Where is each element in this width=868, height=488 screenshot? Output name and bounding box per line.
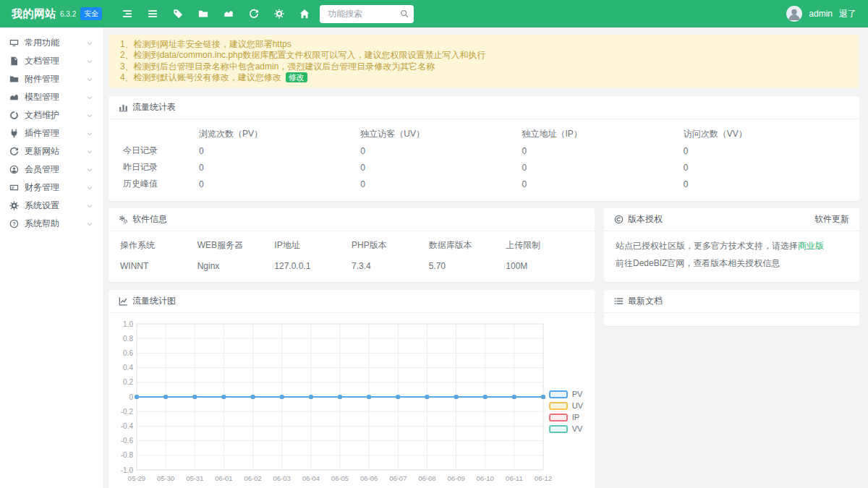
sidebar-item-文档维护[interactable]: 文档维护 [0, 106, 103, 124]
avatar[interactable] [786, 6, 802, 22]
brand-title: 我的网站 [12, 7, 56, 21]
commercial-version-link[interactable]: 商业版 [798, 241, 824, 251]
software-field-value: WINNT [120, 261, 197, 271]
svg-text:06-10: 06-10 [477, 474, 494, 482]
gear-icon[interactable] [271, 6, 287, 22]
software-info-panel: 软件信息 操作系统WEB服务器IP地址PHP版本数据库版本上传限制WINNTNg… [109, 208, 595, 282]
chevron-down-icon [86, 112, 93, 119]
logout-link[interactable]: 退了 [839, 8, 856, 20]
toolbar [119, 6, 312, 22]
software-field-label: 上传限制 [506, 239, 583, 252]
svg-text:06-02: 06-02 [244, 474, 261, 482]
chevron-down-icon [86, 221, 93, 228]
main-content: 1、检测到网址非安全链接，建议您部署https2、检测到data/common.… [103, 27, 868, 488]
legend-label: PV [572, 390, 583, 398]
software-field-label: IP地址 [274, 239, 352, 252]
stats-col-header: 独立地址（IP） [522, 126, 684, 142]
svg-text:06-05: 06-05 [331, 474, 349, 482]
software-field-label: 操作系统 [120, 239, 197, 252]
software-field-label: WEB服务器 [197, 239, 275, 252]
search-input[interactable] [326, 8, 400, 20]
username[interactable]: admin [809, 9, 833, 19]
sidebar-item-插件管理[interactable]: 插件管理 [0, 124, 103, 142]
sidebar-item-文档管理[interactable]: 文档管理 [0, 52, 103, 70]
security-badge[interactable]: 安全 [80, 7, 102, 20]
stats-value: 0 [522, 176, 684, 192]
stats-row-label: 今日记录 [123, 142, 199, 159]
stats-value: 0 [199, 142, 360, 159]
software-field-value: Nginx [197, 261, 275, 271]
folder-icon[interactable] [195, 6, 211, 22]
legend-label: UV [572, 401, 583, 410]
svg-text:0.8: 0.8 [123, 335, 133, 343]
stats-col-header: 独立访客（UV） [360, 126, 522, 142]
search-box [320, 5, 414, 23]
software-field-value: 7.3.4 [352, 261, 429, 271]
latest-docs-panel: 最新文档 [604, 290, 859, 326]
software-field-value: 100M [506, 261, 583, 271]
software-field-value: 5.70 [429, 261, 506, 271]
stats-value: 0 [684, 176, 845, 192]
svg-text:05-31: 05-31 [186, 474, 203, 482]
svg-text:06-07: 06-07 [389, 474, 407, 482]
sidebar-item-label: 更新网站 [25, 145, 59, 158]
sidebar-item-附件管理[interactable]: 附件管理 [0, 70, 103, 88]
svg-text:05-29: 05-29 [128, 474, 145, 482]
sidebar-item-系统设置[interactable]: 系统设置 [0, 197, 103, 215]
sync-icon [9, 147, 19, 156]
traffic-table-panel: 流量统计表 浏览次数（PV）独立访客（UV）独立地址（IP）访问次数（VV）今日… [109, 96, 859, 201]
legend-item-ip[interactable]: IP [549, 413, 583, 421]
folder-icon [9, 74, 19, 84]
sidebar-item-会员管理[interactable]: 会员管理 [0, 160, 103, 179]
modify-action-badge[interactable]: 修改 [286, 72, 307, 82]
sidebar-item-系统帮助[interactable]: ?系统帮助 [0, 215, 103, 233]
license-line1: 站点已授权社区版，更多官方技术支持，请选择商业版 [616, 237, 848, 254]
software-info-table: 操作系统WEB服务器IP地址PHP版本数据库版本上传限制WINNTNginx12… [109, 231, 595, 279]
legend-item-pv[interactable]: PV [549, 390, 583, 398]
license-line1-text: 站点已授权社区版，更多官方技术支持，请选择 [616, 241, 798, 251]
security-alert: 1、检测到网址非安全链接，建议您部署https2、检测到data/common.… [109, 35, 859, 88]
software-field-label: PHP版本 [352, 239, 429, 252]
legend-item-uv[interactable]: UV [549, 401, 583, 410]
chevron-down-icon [86, 166, 93, 174]
sidebar-item-常用功能[interactable]: 常用功能 [0, 34, 103, 52]
latest-docs-title: 最新文档 [628, 295, 663, 307]
stats-row-label: 历史峰值 [123, 176, 199, 192]
sidebar-item-label: 系统帮助 [25, 218, 59, 230]
legend-item-vv[interactable]: VV [549, 424, 583, 433]
svg-text:06-11: 06-11 [506, 474, 523, 482]
chart-legend: PVUVIPVV [549, 390, 583, 433]
legend-swatch [549, 402, 568, 410]
search-icon[interactable] [400, 9, 409, 18]
svg-text:06-09: 06-09 [447, 474, 464, 482]
stats-value: 0 [522, 142, 684, 159]
sidebar-item-财务管理[interactable]: 财务管理 [0, 179, 103, 197]
stats-value: 0 [199, 159, 360, 176]
svg-text:0.2: 0.2 [123, 378, 133, 386]
legend-swatch [549, 425, 568, 433]
sync-icon[interactable] [246, 6, 262, 22]
software-update-link[interactable]: 软件更新 [814, 213, 849, 226]
user-circle-icon [9, 165, 19, 174]
bars-icon[interactable] [145, 6, 161, 22]
sidebar-item-更新网站[interactable]: 更新网站 [0, 142, 103, 160]
latest-docs-body [604, 313, 859, 326]
home-icon[interactable] [297, 6, 312, 22]
svg-text:0: 0 [129, 393, 133, 401]
software-info-title: 软件信息 [132, 213, 167, 226]
chart-area-icon[interactable] [221, 6, 237, 22]
svg-text:06-04: 06-04 [302, 474, 320, 482]
stream-icon[interactable] [119, 6, 135, 22]
chart-line-icon [119, 296, 128, 306]
chevron-down-icon [86, 148, 93, 155]
list-icon [614, 296, 624, 306]
sidebar-item-label: 系统设置 [25, 200, 59, 212]
sidebar-item-模型管理[interactable]: 模型管理 [0, 88, 103, 106]
svg-text:-0.8: -0.8 [121, 451, 134, 459]
license-title: 版本授权 [628, 213, 663, 226]
svg-text:05-30: 05-30 [157, 474, 174, 482]
chevron-down-icon [86, 76, 93, 83]
stats-value: 0 [684, 142, 845, 159]
tag-icon[interactable] [170, 6, 186, 22]
sidebar-item-label: 文档维护 [25, 109, 59, 121]
